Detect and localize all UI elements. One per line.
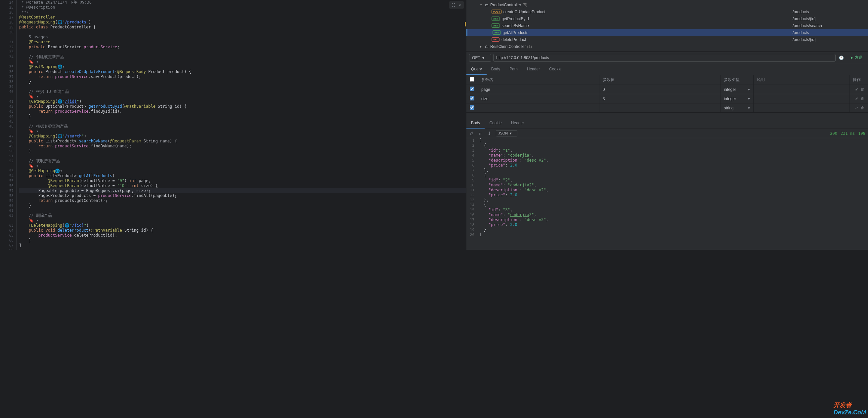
- endpoint-path: /products: [793, 30, 865, 35]
- tab-resp-cookie[interactable]: Cookie: [485, 118, 506, 129]
- col-value: 参数值: [599, 75, 720, 85]
- endpoint-row[interactable]: GET searchByName /products/search: [466, 22, 868, 29]
- json-content[interactable]: [ { "id": "1", "name": "coderjia", "desc…: [477, 138, 868, 250]
- param-row: string ▾ ⤢ 🗑: [466, 103, 868, 113]
- response-section: BodyCookieHeader ⎙ ⇄ ⤓ JSON ▾ 200 231 ms…: [466, 118, 868, 250]
- http-method-badge: DEL: [492, 37, 499, 42]
- http-method-badge: GET: [492, 24, 499, 28]
- col-type: 参数类型: [720, 75, 753, 85]
- endpoint-row[interactable]: DEL deleteProduct /products/{id}: [466, 36, 868, 43]
- endpoint-row[interactable]: POST createOrUpdateProduct /products: [466, 8, 868, 15]
- tab-cookie[interactable]: Cookie: [545, 64, 566, 75]
- status-size: 198: [858, 131, 865, 136]
- json-gutter: 1234567891011121314151617181920: [466, 138, 477, 250]
- col-desc: 说明: [753, 75, 849, 85]
- endpoint-tree: ▾ 🗀 ProductController (5) POST createOrU…: [466, 0, 868, 51]
- controller-name: RestClientController: [490, 44, 526, 49]
- controller-name: ProductController: [490, 3, 521, 7]
- http-method-select[interactable]: GET ▾: [469, 54, 491, 62]
- delete-icon[interactable]: 🗑: [861, 106, 864, 110]
- expand-icon[interactable]: ⤢: [855, 87, 858, 92]
- endpoint-path: /products/{id}: [793, 37, 865, 42]
- endpoint-row[interactable]: GET getAllProducts /products: [466, 29, 868, 36]
- modified-indicator: [465, 22, 466, 27]
- tab-body[interactable]: Body: [487, 64, 505, 75]
- param-desc-cell[interactable]: [753, 103, 849, 113]
- tree-controller-row[interactable]: ▾ 🗀 ProductController (5): [466, 1, 868, 8]
- param-name-cell[interactable]: size: [478, 94, 599, 103]
- param-row: size 3 integer ▾ ⤢ 🗑: [466, 94, 868, 103]
- rest-client-panel: ▾ 🗀 ProductController (5) POST createOrU…: [466, 0, 868, 250]
- param-type-cell[interactable]: string ▾: [720, 103, 753, 113]
- http-method-badge: GET: [492, 16, 499, 21]
- tab-resp-header[interactable]: Header: [506, 118, 529, 129]
- download-icon[interactable]: ⤓: [486, 130, 493, 136]
- param-name-cell[interactable]: page: [478, 85, 599, 94]
- param-value-cell[interactable]: 0: [599, 85, 720, 94]
- param-checkbox[interactable]: [470, 86, 474, 91]
- endpoint-name: createOrUpdateProduct: [503, 9, 546, 14]
- editor-toolbar: ⛶ ✕: [449, 1, 464, 9]
- tab-resp-body[interactable]: Body: [466, 118, 485, 129]
- endpoint-name: searchByName: [502, 24, 529, 28]
- endpoint-name: getAllProducts: [503, 30, 528, 35]
- request-bar: GET ▾ 🕘 ➤ 发送: [466, 51, 868, 64]
- tab-header[interactable]: Header: [522, 64, 545, 75]
- params-header-row: 参数名 参数值 参数类型 说明 操作: [466, 75, 868, 85]
- param-type-cell[interactable]: integer ▾: [720, 85, 753, 94]
- endpoint-path: /products: [793, 9, 865, 14]
- endpoint-count: (5): [522, 3, 527, 7]
- chevron-right-icon[interactable]: ▸: [480, 45, 485, 48]
- send-icon: ➤: [850, 56, 854, 60]
- param-value-cell[interactable]: 3: [599, 94, 720, 103]
- close-icon[interactable]: ✕: [457, 2, 462, 8]
- delete-icon[interactable]: 🗑: [861, 97, 864, 101]
- param-checkbox[interactable]: [470, 96, 474, 100]
- param-value-cell[interactable]: [599, 103, 720, 113]
- tab-query[interactable]: Query: [466, 64, 487, 75]
- tree-controller-row[interactable]: ▸ 🗀 RestClientController (1): [466, 43, 868, 50]
- format-select[interactable]: JSON ▾: [496, 130, 517, 136]
- wrap-icon[interactable]: ⇄: [478, 130, 483, 136]
- endpoint-count: (1): [527, 44, 532, 49]
- http-method-badge: GET: [493, 30, 500, 35]
- folder-icon: 🗀: [485, 3, 489, 7]
- param-row: page 0 integer ▾ ⤢ 🗑: [466, 85, 868, 94]
- send-button[interactable]: ➤ 发送: [847, 54, 865, 62]
- status-code: 200: [830, 131, 837, 136]
- request-tabs: QueryBodyPathHeaderCookie: [466, 64, 868, 75]
- expand-icon[interactable]: ⤢: [855, 106, 858, 110]
- param-checkbox[interactable]: [470, 105, 474, 110]
- history-icon[interactable]: 🕘: [838, 54, 845, 62]
- chevron-down-icon[interactable]: ▾: [480, 3, 485, 7]
- delete-icon[interactable]: 🗑: [861, 87, 864, 92]
- param-name-cell[interactable]: [478, 103, 599, 113]
- endpoint-name: getProductById: [502, 16, 529, 21]
- response-toolbar: ⎙ ⇄ ⤓ JSON ▾ 200 231 ms 198: [466, 129, 868, 138]
- col-name: 参数名: [478, 75, 599, 85]
- http-method-badge: POST: [492, 9, 501, 14]
- select-all-checkbox[interactable]: [470, 77, 474, 82]
- tab-path[interactable]: Path: [505, 64, 522, 75]
- param-type-cell[interactable]: integer ▾: [720, 94, 753, 103]
- param-desc-cell[interactable]: [753, 85, 849, 94]
- col-ops: 操作: [849, 75, 868, 85]
- response-body: 1234567891011121314151617181920 [ { "id"…: [466, 138, 868, 250]
- endpoint-path: /products/search: [793, 24, 865, 28]
- reader-mode-icon[interactable]: ⛶: [451, 2, 456, 8]
- code-editor-panel: 24252627282930 31323334 353637383940 414…: [0, 0, 466, 250]
- param-desc-cell[interactable]: [753, 94, 849, 103]
- status-time: 231 ms: [841, 131, 855, 136]
- code-area[interactable]: * @create 2024/11/4 下午 09:30 * @Descript…: [17, 0, 466, 250]
- format-icon[interactable]: ⎙: [469, 130, 474, 136]
- response-tabs: BodyCookieHeader: [466, 118, 868, 129]
- folder-icon: 🗀: [485, 45, 489, 48]
- endpoint-path: /products/{id}: [793, 16, 865, 21]
- params-table: 参数名 参数值 参数类型 说明 操作 page 0 integer ▾ ⤢ 🗑 …: [466, 75, 868, 113]
- endpoint-name: deleteProduct: [501, 37, 526, 42]
- expand-icon[interactable]: ⤢: [855, 97, 858, 101]
- line-gutter: 24252627282930 31323334 353637383940 414…: [0, 0, 17, 250]
- endpoint-row[interactable]: GET getProductById /products/{id}: [466, 15, 868, 22]
- url-input[interactable]: [493, 54, 836, 62]
